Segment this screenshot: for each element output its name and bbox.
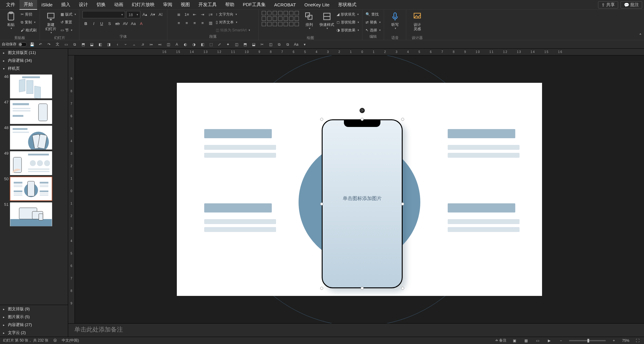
view-sorter-button[interactable]: ▦ [523,338,530,343]
rotate-handle-icon[interactable]: ⟳ [359,108,365,113]
quick-styles-button[interactable]: 快速样式▾ [319,11,335,35]
shadow-button[interactable]: S [106,20,113,27]
menu-insert[interactable]: 插入 [57,0,75,9]
shapes-gallery[interactable] [262,11,299,27]
qat-undo[interactable]: ↶ [37,41,44,48]
placeholder-text[interactable] [204,219,276,224]
select-button[interactable]: ↖选择▾ [366,27,381,33]
slide-thumb-48[interactable] [10,125,52,150]
change-case-button[interactable]: Aa [130,20,137,27]
clear-format-button[interactable]: A⃠ [157,11,164,18]
accessibility-icon[interactable]: ⦿ [53,339,57,343]
qat-b07[interactable]: ⬒ [80,41,86,48]
placeholder-heading[interactable] [204,203,272,212]
justify-button[interactable]: ≡ [199,19,206,26]
align-text-button[interactable]: ▯对齐文本▾ [216,19,250,26]
shape-outline-button[interactable]: ◻形状轮廓▾ [337,19,359,26]
shape-fill-button[interactable]: ◢形状填充▾ [337,11,359,18]
outline-item[interactable]: ▾样机页 [0,65,68,72]
indent-inc-button[interactable]: ⇥ [199,11,206,18]
slide-thumb-51[interactable] [10,202,52,226]
placeholder-text[interactable] [204,145,276,150]
indent-dec-button[interactable]: ⇤ [191,11,198,18]
font-size-select[interactable]: 18▾ [126,11,140,18]
placeholder-text[interactable] [204,227,276,232]
align-right-button[interactable]: ≡ [191,19,198,26]
qat-redo[interactable]: ↷ [46,41,52,48]
qat-b09[interactable]: ◧ [97,41,103,48]
thumbnail-list[interactable]: 46 47 48 49 50 [0,72,68,305]
qat-b15[interactable]: ≔ [148,41,155,48]
copy-button[interactable]: ⧉复制▾ [21,19,37,26]
qat-b16[interactable]: ≕ [156,41,163,48]
qat-b30[interactable]: ⧉ [276,41,282,48]
outline-item[interactable]: ▸内容逻辑 (34) [0,57,68,65]
placeholder-text[interactable] [448,219,520,224]
selected-shape-phone[interactable]: ⟳ 单击图标添加图片 [322,119,403,288]
qat-b08[interactable]: ⬓ [88,41,95,48]
underline-button[interactable]: U [98,20,105,27]
status-notes-button[interactable]: ≐ 备注 [495,338,506,343]
qat-b22[interactable]: ⬚ [208,41,214,48]
zoom-value[interactable]: 75% [622,339,629,343]
menu-transition[interactable]: 切换 [92,0,110,9]
qat-more[interactable]: ▾ [301,41,308,48]
new-slide-button[interactable]: 新建 幻灯片 ▾ [43,11,59,35]
phone-mockup[interactable]: 单击图标添加图片 [322,119,403,288]
fit-window-button[interactable]: ⛶ [634,338,641,343]
menu-acrobat[interactable]: ACROBAT [270,0,300,9]
share-button[interactable]: ⇪共享 [598,1,618,9]
qat-b20[interactable]: ◑ [191,41,197,48]
zoom-out-button[interactable]: − [558,338,564,343]
vertical-ruler[interactable]: 9876543210123456789 [68,55,75,323]
qat-b11[interactable]: ⫞ [114,41,121,48]
columns-button[interactable]: ▥ [207,19,214,26]
menu-view[interactable]: 视图 [177,0,194,9]
qat-textbox[interactable]: 文 [54,41,61,48]
slide[interactable]: ⟳ 单击图标添加图片 [177,83,542,296]
outline-item[interactable]: ▸图文排版页 (11) [0,49,68,57]
text-direction-button[interactable]: ↕文字方向▾ [216,11,250,18]
increase-font-button[interactable]: A▴ [142,11,148,18]
view-slideshow-button[interactable]: ▶ [546,338,553,343]
format-painter-button[interactable]: 🖌格式刷 [21,27,37,33]
view-reading-button[interactable]: ▭ [534,338,541,343]
outline-item[interactable]: ▸文字云 (2) [0,329,68,337]
qat-b10[interactable]: ◨ [105,41,112,48]
placeholder-text[interactable] [204,153,276,158]
qat-b21[interactable]: ◧ [199,41,206,48]
menu-animation[interactable]: 动画 [110,0,128,9]
layout-button[interactable]: ▦版式▾ [61,11,76,18]
zoom-in-button[interactable]: + [611,338,617,343]
menu-slideshow[interactable]: 幻灯片放映 [128,0,159,9]
qat-b05[interactable]: ▭ [63,41,69,48]
qat-b18[interactable]: A [173,41,180,48]
slide-canvas[interactable]: ⟳ 单击图标添加图片 [75,55,644,323]
placeholder-text[interactable] [448,227,520,232]
align-center-button[interactable]: ≡ [184,19,190,26]
menu-home[interactable]: 开始 [19,0,37,10]
menu-onekey[interactable]: OneKey Lite [300,0,334,9]
slide-thumb-49[interactable] [10,151,52,175]
placeholder-heading[interactable] [448,203,515,212]
menu-help[interactable]: 帮助 [221,0,239,9]
reset-button[interactable]: ↺重置 [61,19,76,26]
find-button[interactable]: 🔍查找 [366,11,381,18]
qat-b25[interactable]: ◫ [233,41,240,48]
qat-b28[interactable]: ✂ [259,41,265,48]
qat-b32[interactable]: Aa [293,41,299,48]
comments-button[interactable]: 💬批注 [621,1,642,9]
menu-shapeformat[interactable]: 形状格式 [334,0,361,9]
placeholder-text[interactable] [448,153,520,158]
menu-file[interactable]: 文件 [2,0,19,9]
qat-b23[interactable]: ⤢ [216,41,223,48]
picture-placeholder-label[interactable]: 单击图标添加图片 [323,195,402,202]
menu-review[interactable]: 审阅 [159,0,177,9]
qat-b13[interactable]: ⫠ [131,41,138,48]
outline-item[interactable]: ▸内容逻辑 (27) [0,321,68,329]
strike-button[interactable]: ab [114,20,121,27]
qat-b17[interactable]: ◫ [165,41,172,48]
placeholder-heading[interactable] [448,129,515,138]
bullets-button[interactable]: ≣ [176,11,182,18]
italic-button[interactable]: I [90,20,97,27]
